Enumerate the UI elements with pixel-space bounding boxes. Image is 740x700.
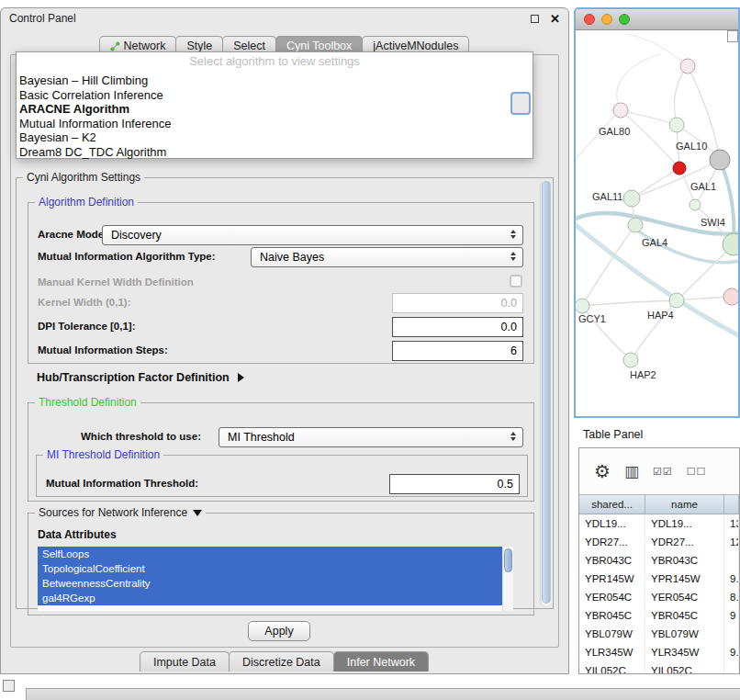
mi-steps-input[interactable]: 6 bbox=[392, 341, 523, 361]
column-chooser-icon[interactable]: ▥ bbox=[624, 464, 639, 480]
algorithm-definition-group: Algorithm Definition Aracne Mode: Discov… bbox=[28, 202, 534, 364]
network-node[interactable] bbox=[723, 288, 738, 305]
which-threshold-select[interactable]: MI Threshold bbox=[219, 427, 523, 447]
network-node[interactable] bbox=[613, 103, 628, 118]
node-label: GAL1 bbox=[690, 181, 716, 192]
table-row[interactable]: YDL19... YDL19... 13 bbox=[579, 514, 739, 533]
hub-transcription-factor-toggle[interactable]: Hub/Transcription Factor Definition bbox=[37, 371, 244, 384]
network-node[interactable] bbox=[680, 59, 695, 73]
column-header-shared-name[interactable]: shared... bbox=[579, 495, 645, 514]
algorithm-option-bayesian-hill-climbing[interactable]: Bayesian – Hill Climbing bbox=[17, 73, 533, 88]
algorithm-option-basic-correlation[interactable]: Basic Correlation Inference bbox=[17, 88, 533, 103]
combo-dropdown-button[interactable] bbox=[510, 92, 531, 115]
settings-scrollbar[interactable] bbox=[540, 180, 552, 606]
node-label: GAL10 bbox=[676, 141, 707, 152]
kernel-width-label: Kernel Width (0,1): bbox=[38, 297, 130, 308]
which-threshold-label: Which threshold to use: bbox=[81, 431, 201, 442]
combo-arrows-icon bbox=[509, 432, 517, 441]
dpi-tolerance-label: DPI Tolerance [0,1]: bbox=[38, 321, 136, 332]
attribute-item[interactable]: TopologicalCoefficient bbox=[38, 561, 502, 576]
attribute-item[interactable]: BetweennessCentrality bbox=[38, 576, 502, 591]
network-node[interactable] bbox=[723, 233, 738, 255]
aracne-mode-select[interactable]: Discovery bbox=[102, 225, 523, 245]
network-node[interactable] bbox=[673, 162, 686, 175]
network-canvas[interactable]: GAL80GAL10GAL11GAL1SWI4GAL4GCY1HAP4HAP2 bbox=[576, 30, 738, 416]
algorithm-definition-title: Algorithm Definition bbox=[35, 196, 138, 209]
tab-label: Cyni Toolbox bbox=[286, 40, 352, 52]
combo-arrows-icon bbox=[509, 252, 517, 261]
table-row[interactable]: YLR345W YLR345W 9. bbox=[579, 643, 739, 661]
node-label: HAP4 bbox=[647, 310, 674, 321]
select-all-rows-icon[interactable]: ☑☑ bbox=[653, 467, 673, 477]
cyni-algorithm-settings-group: Cyni Algorithm Settings Algorithm Defini… bbox=[16, 177, 554, 609]
table-row[interactable]: YBR045C YBR045C 9 bbox=[579, 606, 739, 625]
column-header-extra[interactable] bbox=[724, 495, 739, 514]
algorithm-option-bayesian-k2[interactable]: Bayesian – K2 bbox=[17, 130, 533, 145]
attribute-item[interactable]: gal4RGexp bbox=[38, 591, 502, 605]
zoom-window-button[interactable] bbox=[619, 14, 630, 25]
deselect-all-rows-icon[interactable]: ☐☐ bbox=[687, 467, 707, 477]
birdseye-toggle-button[interactable] bbox=[727, 30, 738, 42]
threshold-definition-title: Threshold Definition bbox=[35, 396, 140, 409]
table-row[interactable]: YPR145W YPR145W 9. bbox=[579, 570, 739, 588]
collapsed-panel-icon[interactable] bbox=[3, 680, 15, 692]
bottom-panel-edge bbox=[26, 688, 740, 700]
network-node[interactable] bbox=[669, 118, 684, 132]
node-label: GCY1 bbox=[578, 313, 606, 324]
table-row[interactable]: YBR043C YBR043C bbox=[579, 551, 739, 570]
network-node[interactable] bbox=[628, 218, 643, 232]
control-panel-window: Control Panel ✕ Network Style Select bbox=[0, 7, 569, 674]
algorithm-option-aracne[interactable]: ARACNE Algorithm bbox=[17, 102, 533, 117]
bottom-tabs: Impute Data Discretize Data Infer Networ… bbox=[1, 651, 568, 672]
mi-threshold-definition-title: MI Threshold Definition bbox=[43, 448, 163, 461]
manual-kernel-width-label: Manual Kernel Width Definition bbox=[38, 277, 194, 288]
tab-discretize-data[interactable]: Discretize Data bbox=[229, 651, 334, 672]
algorithm-dropdown-popup: Select algorithm to view settings Bayesi… bbox=[16, 51, 533, 159]
close-window-button[interactable] bbox=[584, 14, 595, 25]
sources-group-title[interactable]: Sources for Network Inference bbox=[35, 506, 206, 519]
node-label: GAL11 bbox=[592, 191, 622, 202]
algorithm-options-list: Bayesian – Hill Climbing Basic Correlati… bbox=[17, 73, 533, 159]
table-row[interactable]: YDR27... YDR27... 12 bbox=[579, 533, 739, 551]
scrollbar-thumb[interactable] bbox=[542, 181, 551, 604]
minimize-window-button[interactable] bbox=[601, 14, 612, 25]
network-node[interactable] bbox=[576, 299, 589, 313]
hub-section-label: Hub/Transcription Factor Definition bbox=[37, 371, 230, 384]
tab-label: Network bbox=[124, 40, 166, 52]
network-node[interactable] bbox=[710, 150, 730, 170]
network-node[interactable] bbox=[623, 190, 640, 207]
table-row[interactable]: YBL079W YBL079W bbox=[579, 625, 739, 643]
mi-algorithm-type-label: Mutual Information Algorithm Type: bbox=[38, 251, 216, 262]
scrollbar-thumb[interactable] bbox=[504, 548, 512, 572]
tab-impute-data[interactable]: Impute Data bbox=[140, 651, 230, 672]
mi-algorithm-type-select[interactable]: Naive Bayes bbox=[251, 247, 523, 267]
network-edge bbox=[675, 66, 688, 125]
apply-button[interactable]: Apply bbox=[248, 621, 310, 641]
settings-group-title: Cyni Algorithm Settings bbox=[23, 171, 144, 184]
network-node[interactable] bbox=[623, 353, 638, 367]
network-edge bbox=[582, 300, 677, 306]
network-edge bbox=[617, 54, 660, 110]
table-row[interactable]: YER054C YER054C 8. bbox=[579, 588, 739, 606]
algorithm-option-dream8[interactable]: Dream8 DC_TDC Algorithm bbox=[17, 145, 533, 160]
table-settings-gear-icon[interactable]: ⚙ bbox=[594, 462, 611, 480]
control-panel-titlebar[interactable]: Control Panel ✕ bbox=[1, 8, 568, 28]
table-row[interactable]: YIL052C YIL052C bbox=[579, 661, 739, 674]
table-panel-title: Table Panel bbox=[583, 428, 643, 441]
control-panel-title: Control Panel bbox=[9, 12, 531, 25]
dpi-tolerance-input[interactable]: 0.0 bbox=[392, 317, 523, 337]
manual-kernel-width-checkbox bbox=[510, 275, 522, 288]
tab-infer-network[interactable]: Infer Network bbox=[333, 651, 429, 672]
float-window-icon[interactable] bbox=[531, 15, 539, 23]
attributes-scrollbar[interactable] bbox=[502, 547, 513, 611]
algorithm-option-mutual-information[interactable]: Mutual Information Inference bbox=[17, 117, 533, 131]
mi-threshold-input[interactable]: 0.5 bbox=[389, 474, 520, 494]
tab-label: Infer Network bbox=[347, 656, 415, 669]
network-node[interactable] bbox=[669, 293, 684, 308]
network-window-titlebar[interactable] bbox=[576, 9, 738, 30]
attribute-item[interactable]: SelfLoops bbox=[38, 547, 502, 561]
network-node[interactable] bbox=[690, 199, 701, 210]
column-header-name[interactable]: name bbox=[645, 495, 724, 514]
kernel-width-input: 0.0 bbox=[392, 293, 523, 313]
close-panel-icon[interactable]: ✕ bbox=[550, 13, 560, 25]
